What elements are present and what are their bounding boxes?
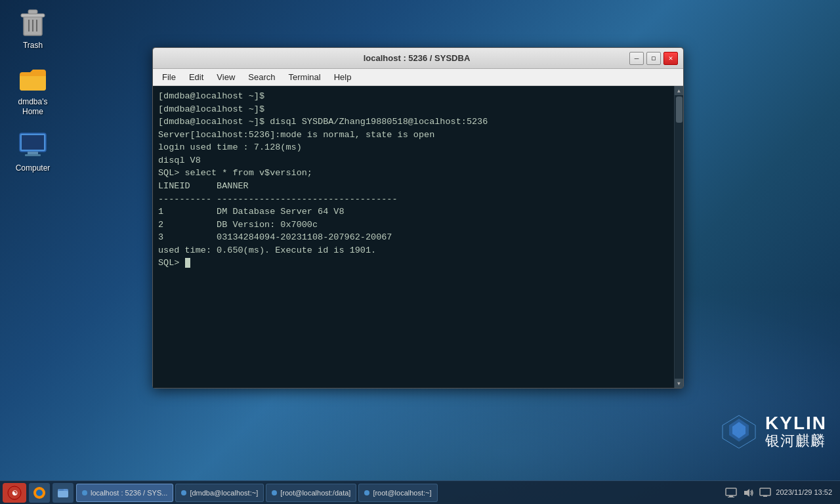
terminal-cursor: [185, 258, 190, 268]
trash-icon: [17, 7, 49, 38]
terminal-line-13: 3 03134284094-20231108-207962-20067: [158, 231, 669, 244]
terminal-line-11: 1 DM Database Server 64 V8: [158, 205, 669, 219]
taskbar-systray: 2023/11/29 13:52: [719, 486, 837, 499]
task-dot-0: [82, 490, 87, 495]
desktop-icon-home[interactable]: dmdba'sHome: [10, 63, 56, 116]
kylin-subtext: 银河麒麟: [765, 431, 827, 451]
menu-terminal[interactable]: Terminal: [282, 71, 327, 83]
scroll-down-arrow[interactable]: ▼: [675, 379, 684, 388]
kylin-watermark: KYLIN 银河麒麟: [719, 412, 827, 452]
svg-rect-22: [728, 497, 734, 497]
taskbar-task-label-3: [root@localhost:~]: [373, 489, 431, 497]
maximize-button[interactable]: ◻: [646, 52, 661, 65]
svg-rect-7: [22, 135, 44, 150]
svg-rect-18: [58, 491, 68, 497]
computer-label: Computer: [16, 163, 51, 173]
system-clock: 2023/11/29 13:52: [776, 488, 832, 497]
terminal-window: localhost : 5236 / SYSDBA — ◻ ✕ File Edi…: [152, 47, 684, 388]
taskbar-task-1[interactable]: [dmdba@localhost:~]: [175, 484, 264, 502]
terminal-line-10: ---------- -----------------------------…: [158, 193, 669, 206]
menu-file[interactable]: File: [156, 71, 182, 83]
title-controls: — ◻ ✕: [629, 52, 678, 65]
svg-rect-2: [28, 10, 37, 14]
svg-rect-25: [763, 495, 767, 497]
task-dot-3: [364, 490, 369, 495]
desktop-icon-computer[interactable]: Computer: [10, 129, 56, 173]
terminal-title: localhost : 5236 / SYSDBA: [204, 53, 629, 63]
desktop-icons: Trash dmdba'sHome Computer: [10, 7, 56, 173]
menu-view[interactable]: View: [210, 71, 242, 83]
taskbar-task-3[interactable]: [root@localhost:~]: [358, 484, 437, 502]
terminal-line-2: [dmdba@localhost ~]$ disql SYSDBA/Zhang1…: [158, 116, 669, 129]
terminal-line-7: SQL> select * from v$version;: [158, 167, 669, 180]
monitor-icon[interactable]: [724, 486, 738, 499]
terminal-line-6: disql V8: [158, 154, 669, 167]
terminal-line-12: 2 DB Version: 0x7000c: [158, 219, 669, 232]
desktop: Trash dmdba'sHome Computer: [0, 0, 840, 504]
svg-marker-23: [744, 489, 749, 497]
svg-rect-9: [25, 154, 41, 156]
start-button[interactable]: ☯: [3, 483, 26, 503]
taskbar-task-2[interactable]: [root@localhost:/data]: [266, 484, 356, 502]
menu-bar: File Edit View Search Terminal Help: [153, 69, 683, 86]
taskbar: ☯ localhost : 5236 / SYS...: [0, 480, 840, 504]
minimize-button[interactable]: —: [629, 52, 644, 65]
taskbar-files-btn[interactable]: [52, 483, 74, 503]
terminal-line-4: Server[localhost:5236]:mode is normal, s…: [158, 129, 669, 142]
taskbar-tasks: localhost : 5236 / SYS... [dmdba@localho…: [76, 484, 717, 502]
taskbar-task-0[interactable]: localhost : 5236 / SYS...: [76, 484, 173, 502]
terminal-line-1: [dmdba@localhost ~]$: [158, 103, 669, 116]
scroll-track: [675, 95, 683, 379]
trash-label: Trash: [23, 41, 43, 50]
svg-rect-21: [729, 495, 733, 497]
computer-icon: [17, 129, 49, 161]
terminal-scrollbar[interactable]: ▲ ▼: [674, 86, 683, 388]
network-icon[interactable]: [759, 486, 772, 499]
close-button[interactable]: ✕: [663, 52, 678, 65]
home-label: dmdba'sHome: [18, 97, 48, 116]
taskbar-firefox-btn[interactable]: [29, 483, 50, 503]
scroll-thumb[interactable]: [676, 96, 682, 123]
volume-icon[interactable]: [742, 486, 755, 499]
taskbar-task-label-0: localhost : 5236 / SYS...: [91, 489, 167, 497]
home-folder-icon: [17, 63, 49, 94]
terminal-line-15: used time: 0.650(ms). Execute id is 1901…: [158, 244, 669, 257]
terminal-line-5: login used time : 7.128(ms): [158, 141, 669, 154]
svg-rect-8: [28, 152, 38, 154]
title-bar: localhost : 5236 / SYSDBA — ◻ ✕: [153, 48, 683, 69]
svg-point-16: [36, 490, 43, 496]
svg-rect-24: [760, 488, 770, 495]
menu-edit[interactable]: Edit: [182, 71, 210, 83]
taskbar-task-label-1: [dmdba@localhost:~]: [190, 489, 258, 497]
task-dot-1: [181, 490, 186, 495]
svg-rect-1: [21, 14, 45, 17]
scroll-up-arrow[interactable]: ▲: [675, 86, 684, 95]
terminal-line-9: LINEID BANNER: [158, 180, 669, 193]
terminal-line-16: SQL>: [158, 257, 669, 270]
menu-help[interactable]: Help: [327, 71, 358, 83]
taskbar-task-label-2: [root@localhost:/data]: [280, 489, 350, 497]
terminal-content[interactable]: [dmdba@localhost ~]$[dmdba@localhost ~]$…: [153, 86, 674, 388]
task-dot-2: [272, 490, 277, 495]
menu-search[interactable]: Search: [242, 71, 282, 83]
desktop-icon-trash[interactable]: Trash: [10, 7, 56, 50]
terminal-body: [dmdba@localhost ~]$[dmdba@localhost ~]$…: [153, 86, 683, 388]
svg-rect-20: [726, 488, 736, 495]
clock-display: 2023/11/29 13:52: [776, 488, 832, 497]
svg-rect-19: [59, 489, 64, 491]
svg-text:☯: ☯: [12, 490, 18, 497]
terminal-line-0: [dmdba@localhost ~]$: [158, 90, 669, 103]
